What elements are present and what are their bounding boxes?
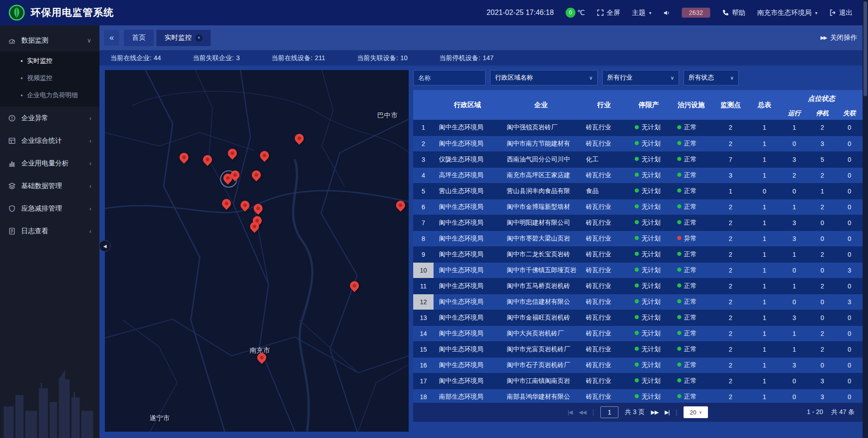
table-row[interactable]: 9阆中生态环境局阆中市二龙长宝页岩砖砖瓦行业无计划正常21120 [413, 246, 863, 262]
map-city-label: 遂宁市 [149, 414, 170, 423]
scrollbar-thumb[interactable] [863, 1, 867, 96]
prev-page-button[interactable]: ◀◀ [579, 409, 586, 415]
sidebar-item-1[interactable]: 数据监测∨ [0, 29, 99, 52]
close-tab-icon[interactable]: × [195, 34, 203, 42]
table-row[interactable]: 7阆中生态环境局阆中明阳建材有限公司砖瓦行业无计划正常21300 [413, 215, 863, 231]
page-size-select[interactable]: 20 ∨ [684, 406, 708, 418]
sidebar: 数据监测∨实时监控视频监控企业电力负荷明细企业异常‹企业综合统计‹企业用电量分析… [0, 25, 99, 438]
sidebar-item-2[interactable]: 企业异常‹ [0, 107, 99, 129]
tab-bar: « 首页实时监控× ▶▶ 关闭操作 [99, 25, 868, 50]
app-header: 环保用电监管系统 2021-02-25 17:46:18 0 ℃ 全屏 主题 ▾… [0, 0, 868, 25]
table-row[interactable]: 14阆中生态环境局阆中大兴页岩机砖厂砖瓦行业无计划正常21120 [413, 325, 863, 341]
region-filter-select[interactable]: 行政区域名称 ∨ [490, 70, 598, 85]
stat-item: 当前失联设备:10 [357, 54, 407, 62]
table-row[interactable]: 18南部生态环境局南部县鸿华建材有限公砖瓦行业无计划正常21030 [413, 389, 863, 403]
collapse-map-button[interactable]: ◀ [99, 240, 111, 252]
app-title: 环保用电监管系统 [31, 6, 114, 19]
fullscreen-icon [597, 9, 604, 16]
tab-realtime-monitor[interactable]: 实时监控× [156, 30, 211, 46]
stats-icon [8, 137, 16, 145]
col-header-industry: 行业 [580, 90, 627, 120]
sidebar-item-3[interactable]: 企业综合统计‹ [0, 129, 99, 152]
col-header-facility: 治污设施 [670, 90, 712, 120]
notice-count-badge[interactable]: 2632 [682, 8, 710, 18]
close-operations-button[interactable]: ▶▶ 关闭操作 [821, 33, 863, 42]
temperature-unit: ℃ [577, 9, 585, 17]
next-page-button[interactable]: ▶▶ [651, 409, 658, 415]
col-header-stop: 停机 [808, 107, 836, 120]
page-number-input[interactable]: 1 [600, 406, 618, 418]
col-header-lost: 失联 [836, 107, 863, 120]
status-dot-green [677, 157, 681, 161]
table-row[interactable]: 3仪陇生态环境局西南油气田分公司川中化工无计划正常71350 [413, 151, 863, 167]
industry-filter-select[interactable]: 所有行业 ∨ [602, 70, 679, 85]
table-row[interactable]: 2阆中生态环境局阆中市南方节能建材有砖瓦行业无计划正常21030 [413, 136, 863, 151]
status-dot-green [677, 173, 681, 177]
table-row[interactable]: 4高坪生态环境局南充市高坪区王家店建砖瓦行业无计划正常31220 [413, 167, 863, 183]
org-dropdown[interactable]: 南充市生态环境局 ▾ [757, 9, 817, 17]
bullet-icon [21, 60, 23, 62]
status-dot-green [635, 331, 639, 335]
table-row[interactable]: 8阆中生态环境局阆中市枣碧大梁山页岩砖瓦行业无计划异常21300 [413, 231, 863, 246]
brand: 环保用电监管系统 [8, 4, 114, 21]
table-row[interactable]: 11阆中生态环境局阆中市五马桥页岩机砖砖瓦行业无计划正常21120 [413, 278, 863, 294]
alert-icon [8, 114, 16, 122]
sidebar-subitem[interactable]: 实时监控 [0, 52, 99, 70]
help-button[interactable]: 帮助 [722, 9, 745, 17]
pagination-controls: |◀ ◀◀ | 1 共 3 页 ▶▶ ▶| | 20 ∨ [568, 406, 708, 418]
last-page-button[interactable]: ▶| [665, 409, 669, 415]
table-row[interactable]: 16阆中生态环境局阆中市石子页岩机砖厂砖瓦行业无计划正常21300 [413, 357, 863, 373]
status-dot-green [677, 363, 681, 367]
map-panel[interactable]: 巴中市南充市遂宁市 ◀ [105, 70, 409, 432]
status-dot-green [635, 268, 639, 272]
range-label: 1 - 20 [807, 408, 823, 416]
scrollbar[interactable] [863, 0, 868, 438]
layers-icon [8, 182, 16, 190]
status-dot-green [677, 347, 681, 351]
table-row[interactable]: 5营山生态环境局营山县润丰肉食品有限食品无计划正常10010 [413, 183, 863, 199]
tab-home[interactable]: 首页 [124, 30, 154, 46]
sidebar-item-5[interactable]: 基础数据管理‹ [0, 174, 99, 197]
table-row[interactable]: 12阆中生态环境局阆中市忠信建材有限公砖瓦行业无计划正常21003 [413, 294, 863, 310]
table-row[interactable]: 13阆中生态环境局阆中市金福旺页岩机砖砖瓦行业无计划正常21300 [413, 310, 863, 325]
fullscreen-button[interactable]: 全屏 [597, 9, 620, 17]
sidebar-item-4[interactable]: 企业用电量分析‹ [0, 152, 99, 174]
pagination-bar: |◀ ◀◀ | 1 共 3 页 ▶▶ ▶| | 20 ∨ [413, 403, 863, 422]
main-area: « 首页实时监控× ▶▶ 关闭操作 当前在线企业:44当前失联企业:3当前在线设… [99, 25, 868, 438]
status-dot-green [635, 188, 639, 193]
status-dot-green [677, 299, 681, 303]
status-filter-select[interactable]: 所有状态 ∨ [684, 70, 739, 85]
first-page-button[interactable]: |◀ [568, 409, 572, 415]
table-row[interactable]: 6阆中生态环境局阆中市金博瑞新型墙材砖瓦行业无计划正常21120 [413, 199, 863, 215]
logout-button[interactable]: 退出 [829, 9, 853, 17]
status-dot-green [635, 236, 639, 240]
status-dot-green [635, 378, 639, 382]
sidebar-menu: 数据监测∨实时监控视频监控企业电力负荷明细企业异常‹企业综合统计‹企业用电量分析… [0, 25, 99, 242]
status-dot-green [677, 141, 681, 145]
sidebar-item-7[interactable]: 日志查看‹ [0, 220, 99, 242]
table-row[interactable]: 10阆中生态环境局阆中市千佛镇五郎垭页岩砖瓦行业无计划正常21003 [413, 262, 863, 278]
status-dot-green [677, 268, 681, 272]
total-pages-label: 共 3 页 [625, 408, 645, 416]
double-right-icon: ▶▶ [821, 35, 826, 41]
map-overlay: 巴中市南充市遂宁市 [105, 70, 409, 432]
status-dot-green [677, 331, 681, 335]
col-header-points: 监测点 [712, 90, 749, 120]
speaker-icon[interactable] [663, 9, 670, 16]
sidebar-subitem[interactable]: 企业电力负荷明细 [0, 87, 99, 104]
sidebar-item-6[interactable]: 应急减排管理‹ [0, 197, 99, 220]
table-row[interactable]: 17阆中生态环境局阆中市江南镇阆南页岩砖瓦行业无计划正常21030 [413, 373, 863, 389]
status-dot-green [635, 315, 639, 319]
tab-scroll-left-button[interactable]: « [104, 30, 119, 46]
name-filter-input[interactable] [413, 70, 486, 85]
table-row[interactable]: 1阆中生态环境局阆中强锐页岩砖厂砖瓦行业无计划正常21120 [413, 120, 863, 136]
chevron-down-icon: ∨ [670, 75, 674, 81]
log-icon [8, 227, 16, 235]
table-row[interactable]: 15阆中生态环境局阆中市光富页岩机砖厂砖瓦行业无计划正常21120 [413, 341, 863, 357]
status-dot-green [635, 157, 639, 161]
status-dot-green [635, 125, 639, 129]
theme-dropdown[interactable]: 主题 ▾ [632, 9, 651, 17]
status-dot-green [635, 173, 639, 177]
col-header-production: 停限产 [627, 90, 670, 120]
sidebar-subitem[interactable]: 视频监控 [0, 70, 99, 87]
